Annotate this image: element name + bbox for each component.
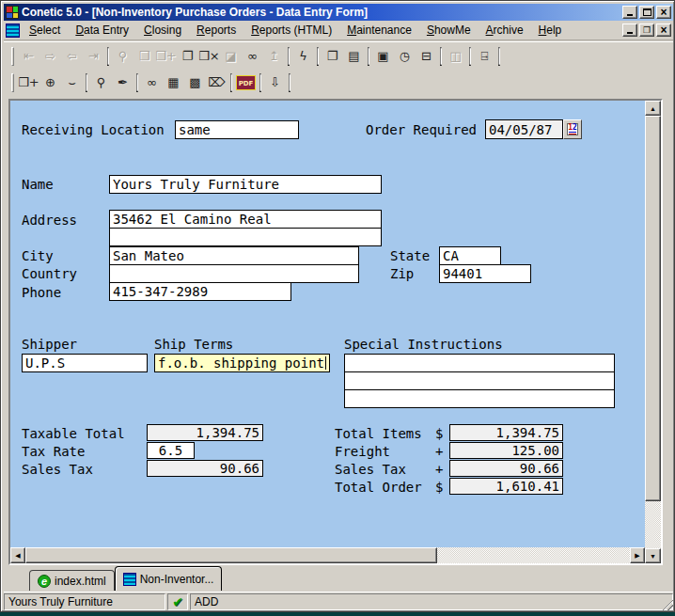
new-book-icon[interactable]: ❒+	[18, 72, 39, 93]
copy-icon[interactable]: ❐	[322, 46, 343, 67]
scroll-down-button[interactable]	[645, 548, 661, 563]
eraser-icon[interactable]: ◪	[220, 46, 242, 67]
book-add-icon[interactable]: ❒+	[155, 46, 177, 67]
app-window: Conetic 5.0 - [Non-Inventory Purchase Or…	[0, 0, 675, 612]
minimize-icon	[627, 32, 633, 34]
shipper-input[interactable]	[22, 354, 148, 372]
statusbar: Yours Truly Furniture ADD	[4, 592, 673, 610]
city-input[interactable]	[109, 246, 359, 265]
maximize-button[interactable]	[639, 6, 654, 19]
special-instructions-line1-input[interactable]	[344, 354, 615, 372]
clock-icon[interactable]: ◷	[394, 46, 416, 67]
special-instructions-line2-input[interactable]	[344, 371, 615, 390]
sales-tax-total-field[interactable]	[449, 460, 563, 477]
address-label: Address	[22, 213, 77, 228]
toolbar-separator	[230, 73, 232, 92]
paste-icon[interactable]: ▤	[343, 46, 365, 67]
minimize-icon	[627, 14, 633, 16]
open-book-search-icon[interactable]: ⚲	[90, 72, 112, 93]
vertical-scrollbar[interactable]	[645, 101, 661, 563]
mdi-restore-button[interactable]	[639, 24, 654, 37]
nav-first-icon[interactable]: ⇤	[18, 46, 39, 67]
mdi-close-button[interactable]	[656, 24, 671, 37]
find-record-icon[interactable]: ∞	[242, 46, 263, 67]
total-order-field[interactable]	[449, 478, 563, 495]
scroll-left-button[interactable]	[10, 547, 25, 563]
special-instructions-line3-input[interactable]	[344, 389, 615, 408]
address-line1-input[interactable]	[109, 210, 382, 229]
country-input[interactable]	[109, 264, 359, 283]
menu-reports-html[interactable]: Reports (HTML)	[243, 22, 339, 39]
print-icon[interactable]: ⊟	[416, 46, 437, 67]
sales-tax-field[interactable]	[147, 460, 263, 477]
menu-help[interactable]: Help	[531, 22, 570, 39]
purchase-order-form: Receiving Location Order Required Name A…	[10, 101, 645, 547]
exit-door-icon[interactable]: ⍈	[474, 46, 495, 67]
image-icon[interactable]: ▦	[163, 72, 184, 93]
order-required-input[interactable]	[485, 119, 563, 139]
tax-rate-field[interactable]	[147, 442, 195, 459]
minimize-button[interactable]	[622, 6, 637, 19]
copy-page-icon[interactable]: ❐	[177, 46, 198, 67]
calendar-button[interactable]	[563, 119, 582, 139]
freight-field[interactable]	[449, 442, 563, 459]
quill-icon[interactable]: ✒	[112, 72, 133, 93]
toolbar-separator	[469, 47, 471, 66]
sales-tax-total-symbol: +	[435, 462, 443, 477]
toolbar-gripper[interactable]	[11, 73, 14, 92]
menu-archive[interactable]: Archive	[479, 22, 531, 39]
zip-label: Zip	[390, 266, 414, 281]
phone-input[interactable]	[109, 282, 291, 301]
total-items-label: Total Items	[335, 426, 422, 441]
image-save-icon[interactable]: ▩	[184, 72, 206, 93]
receiving-location-input[interactable]	[175, 120, 299, 139]
document-system-icon[interactable]	[6, 24, 20, 38]
toolbar-row-2: ❒+⊕⌣⚲✒∞▦▩⌦PDF⇩	[4, 71, 673, 95]
menu-reports[interactable]: Reports	[189, 22, 243, 39]
total-order-label: Total Order	[335, 480, 422, 495]
delete-record-icon[interactable]: ❒×	[198, 46, 220, 67]
nav-back-icon[interactable]: ⇦	[61, 46, 83, 67]
open-book-add-icon[interactable]: ⊕	[39, 72, 61, 93]
scroll-right-button[interactable]	[630, 547, 645, 563]
name-input[interactable]	[109, 175, 382, 194]
toolbar-gripper[interactable]	[11, 47, 14, 66]
open-book-icon[interactable]: ⌣	[61, 72, 83, 93]
nav-forward-icon[interactable]: ⇨	[39, 46, 61, 67]
form-window-icon[interactable]: ▣	[372, 46, 394, 67]
horizontal-scrollbar[interactable]	[10, 547, 645, 563]
menu-maintenance[interactable]: Maintenance	[339, 22, 419, 39]
total-items-field[interactable]	[449, 424, 563, 441]
ship-terms-input[interactable]: f.o.b. shipping point	[154, 354, 330, 372]
close-button[interactable]	[656, 6, 671, 19]
tab-index-html[interactable]: index.html	[29, 570, 115, 591]
name-label: Name	[22, 177, 54, 192]
pages-icon[interactable]: ◫	[445, 46, 466, 67]
pdf-icon[interactable]: PDF	[236, 75, 256, 90]
toolbar-separator	[259, 73, 261, 92]
zip-input[interactable]	[439, 264, 531, 283]
address-line2-input[interactable]	[109, 228, 382, 246]
trash-icon[interactable]: ⌦	[206, 72, 228, 93]
lightning-icon[interactable]: ϟ	[292, 46, 314, 67]
export-window-icon[interactable]: ⇩	[264, 72, 286, 93]
search-record-icon[interactable]: ⚲	[112, 46, 133, 67]
horizontal-scroll-thumb[interactable]	[25, 547, 437, 563]
mdi-minimize-button[interactable]	[622, 24, 637, 37]
menu-data-entry[interactable]: Data Entry	[68, 22, 136, 39]
menu-showme[interactable]: ShowMe	[419, 22, 479, 39]
menu-closing[interactable]: Closing	[136, 22, 189, 39]
menu-select[interactable]: Select	[22, 22, 68, 39]
vertical-scroll-thumb[interactable]	[645, 116, 661, 501]
book-icon[interactable]: ❒	[133, 46, 155, 67]
taxable-total-label: Taxable Total	[22, 426, 125, 441]
taxable-total-field[interactable]	[147, 424, 263, 441]
find-window-icon[interactable]: ∞	[141, 72, 163, 93]
tab-label: Non-Inventor...	[140, 573, 214, 586]
pin-window-icon[interactable]: ↥	[263, 46, 285, 67]
maximize-icon	[643, 8, 651, 16]
scroll-up-button[interactable]	[645, 101, 661, 116]
state-input[interactable]	[439, 246, 501, 265]
tab-non-inventory[interactable]: Non-Inventor...	[115, 566, 223, 591]
nav-last-icon[interactable]: ⇥	[83, 46, 104, 67]
